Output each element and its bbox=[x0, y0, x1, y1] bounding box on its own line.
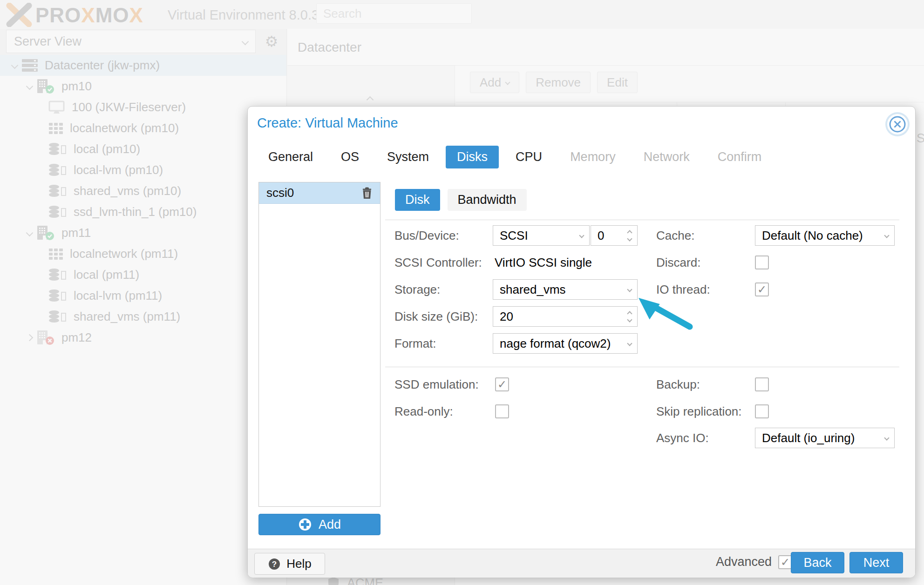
device-number-stepper[interactable]: 0 bbox=[591, 225, 638, 246]
tab-memory: Memory bbox=[559, 146, 627, 168]
chevron-down-icon bbox=[884, 435, 889, 440]
chevron-down-icon bbox=[627, 287, 632, 292]
discard-label: Discard: bbox=[656, 256, 700, 270]
scsi-controller-label: SCSI Controller: bbox=[394, 256, 482, 270]
read-only-checkbox[interactable]: ✓ bbox=[495, 404, 509, 418]
chevron-down-icon bbox=[579, 233, 584, 238]
dialog-footer: ? Help Advanced ✓ Back Next bbox=[248, 549, 915, 578]
tab-os[interactable]: OS bbox=[330, 146, 370, 168]
tab-network: Network bbox=[632, 146, 701, 168]
chevron-down-icon bbox=[884, 233, 889, 238]
close-icon bbox=[888, 115, 907, 134]
format-label: Format: bbox=[394, 336, 436, 351]
ssd-emulation-label: SSD emulation: bbox=[394, 377, 479, 392]
disk-list: scsi0 bbox=[258, 182, 380, 507]
wizard-tabs: General OS System Disks CPU Memory Netwo… bbox=[257, 146, 778, 168]
disk-subtabs: Disk Bandwidth bbox=[395, 189, 527, 211]
back-button[interactable]: Back bbox=[791, 552, 844, 573]
format-select[interactable]: nage format (qcow2) bbox=[493, 333, 638, 354]
add-disk-button[interactable]: Add bbox=[258, 514, 380, 535]
tab-general[interactable]: General bbox=[257, 146, 324, 168]
storage-select[interactable]: shared_vms bbox=[493, 279, 638, 300]
disk-size-stepper[interactable]: 20 bbox=[493, 306, 638, 327]
spinner-icons[interactable] bbox=[628, 231, 632, 241]
tab-confirm: Confirm bbox=[707, 146, 773, 168]
disk-list-item-scsi0[interactable]: scsi0 bbox=[259, 182, 380, 204]
read-only-label: Read-only: bbox=[394, 404, 453, 419]
subtab-disk[interactable]: Disk bbox=[395, 189, 440, 211]
discard-checkbox[interactable]: ✓ bbox=[755, 256, 769, 269]
io-thread-checkbox[interactable]: ✓ bbox=[755, 282, 769, 296]
advanced-checkbox[interactable]: ✓ bbox=[778, 555, 792, 569]
svg-text:?: ? bbox=[272, 560, 277, 569]
backup-checkbox[interactable]: ✓ bbox=[755, 377, 769, 391]
scsi-controller-value: VirtIO SCSI single bbox=[495, 256, 592, 270]
async-io-select[interactable]: Default (io_uring) bbox=[755, 428, 895, 448]
tab-system[interactable]: System bbox=[376, 146, 440, 168]
advanced-toggle[interactable]: Advanced ✓ bbox=[716, 555, 792, 569]
annotation-arrow bbox=[630, 292, 700, 343]
bus-device-label: Bus/Device: bbox=[394, 229, 459, 243]
subtab-bandwidth[interactable]: Bandwidth bbox=[448, 189, 527, 211]
skip-replication-label: Skip replication: bbox=[656, 404, 742, 419]
backup-label: Backup: bbox=[656, 377, 700, 392]
async-io-label: Async IO: bbox=[656, 431, 709, 445]
skip-replication-checkbox[interactable]: ✓ bbox=[755, 404, 769, 418]
next-button[interactable]: Next bbox=[849, 552, 903, 573]
cache-select[interactable]: Default (No cache) bbox=[755, 225, 895, 246]
storage-label: Storage: bbox=[394, 282, 440, 297]
close-button[interactable] bbox=[887, 114, 908, 134]
cache-label: Cache: bbox=[656, 229, 694, 243]
disk-size-label: Disk size (GiB): bbox=[394, 309, 478, 324]
help-icon: ? bbox=[268, 558, 281, 571]
trash-icon[interactable] bbox=[361, 187, 373, 199]
dialog-title: Create: Virtual Machine bbox=[257, 115, 398, 131]
bus-select[interactable]: SCSI bbox=[493, 225, 590, 246]
tab-disks[interactable]: Disks bbox=[446, 146, 499, 168]
plus-circle-icon bbox=[298, 518, 312, 531]
create-vm-dialog: Create: Virtual Machine General OS Syste… bbox=[247, 106, 916, 578]
tab-cpu[interactable]: CPU bbox=[504, 146, 553, 168]
ssd-emulation-checkbox[interactable]: ✓ bbox=[495, 377, 509, 391]
help-button[interactable]: ? Help bbox=[254, 553, 325, 575]
